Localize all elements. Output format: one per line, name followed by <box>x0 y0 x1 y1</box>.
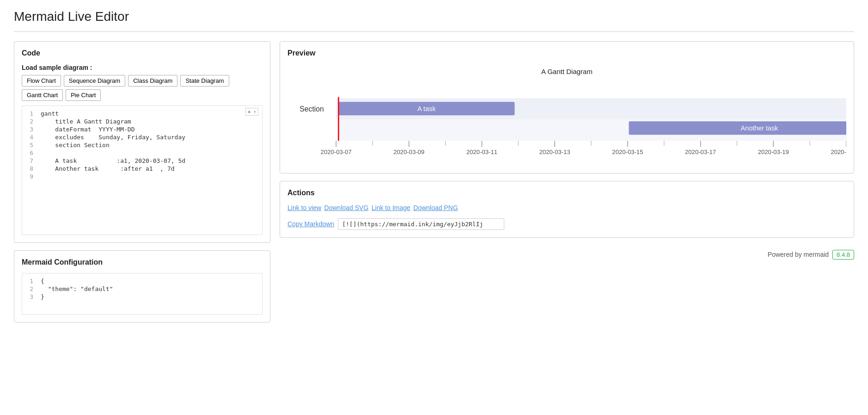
code-line-9: 9 <box>22 173 262 180</box>
svg-text:2020-03-13: 2020-03-13 <box>539 149 570 155</box>
btn-flow-chart[interactable]: Flow Chart <box>22 75 61 87</box>
footer-row: Powered by mermaid 8.4.8 <box>280 250 854 260</box>
line-code-7: A task :a1, 2020-03-07, 5d <box>41 157 185 164</box>
code-line-8: 8 Another task :after a1 , 7d <box>22 165 262 173</box>
svg-text:2020-03-19: 2020-03-19 <box>758 149 789 155</box>
gantt-svg: Section <box>287 80 846 159</box>
load-sample-label: Load sample diagram : <box>22 64 263 71</box>
btn-class-diagram[interactable]: Class Diagram <box>128 75 177 87</box>
code-line-3: 3 dateFormat YYYY-MM-DD <box>22 125 262 133</box>
line-num-8: 8 <box>22 165 41 172</box>
main-layout: Code Load sample diagram : Flow Chart Se… <box>14 41 854 322</box>
link-to-image[interactable]: Link to Image <box>372 204 410 211</box>
markdown-input[interactable] <box>338 218 504 230</box>
code-line-2: 2 title A Gantt Diagram <box>22 118 262 125</box>
svg-text:2020-03-09: 2020-03-09 <box>393 149 424 155</box>
right-column: Preview A Gantt Diagram Section <box>280 41 854 260</box>
config-num-1: 1 <box>22 278 41 285</box>
config-code-2: "theme": "default" <box>41 285 113 292</box>
version-badge: 8.4.8 <box>832 250 854 260</box>
code-editor[interactable]: ≡ ↑ 1 gantt 2 title A Gantt Diagram 3 da… <box>22 105 263 235</box>
preview-panel: Preview A Gantt Diagram Section <box>280 41 854 173</box>
config-num-3: 3 <box>22 293 41 300</box>
code-line-4: 4 excludes Sunday, Friday, Saturday <box>22 133 262 141</box>
line-code-4: excludes Sunday, Friday, Saturday <box>41 134 185 141</box>
btn-sequence-diagram[interactable]: Sequence Diagram <box>64 75 125 87</box>
code-line-1: 1 gantt <box>22 110 262 118</box>
line-num-5: 5 <box>22 142 41 149</box>
svg-text:2020-03-17: 2020-03-17 <box>685 149 716 155</box>
line-num-6: 6 <box>22 149 41 156</box>
actions-panel: Actions Link to view Download SVG Link t… <box>280 181 854 238</box>
config-editor[interactable]: 1 { 2 "theme": "default" 3 } <box>22 273 263 315</box>
line-code-2: title A Gantt Diagram <box>41 118 131 125</box>
config-line-3: 3 } <box>22 293 262 301</box>
link-to-view[interactable]: Link to view <box>287 204 321 211</box>
section-label: Section <box>300 105 324 113</box>
config-line-2: 2 "theme": "default" <box>22 285 262 293</box>
task-b-bar <box>629 121 846 135</box>
line-code-3: dateFormat YYYY-MM-DD <box>41 126 135 133</box>
actions-panel-title: Actions <box>287 189 846 197</box>
sample-buttons-row: Flow Chart Sequence Diagram Class Diagra… <box>22 75 263 101</box>
gantt-container: A Gantt Diagram Section <box>287 63 846 166</box>
download-svg[interactable]: Download SVG <box>324 204 369 211</box>
config-line-1: 1 { <box>22 277 262 285</box>
copy-markdown-row: Copy Markdown <box>287 218 846 230</box>
svg-text:2020-03-11: 2020-03-11 <box>466 149 497 155</box>
line-num-3: 3 <box>22 126 41 133</box>
actions-links: Link to view Download SVG Link to Image … <box>287 204 846 212</box>
code-panel: Code Load sample diagram : Flow Chart Se… <box>14 41 270 243</box>
svg-text:2020-03-07: 2020-03-07 <box>321 149 352 155</box>
config-num-2: 2 <box>22 285 41 292</box>
line-code-5: section Section <box>41 142 110 149</box>
code-line-5: 5 section Section <box>22 141 262 149</box>
line-num-7: 7 <box>22 157 41 164</box>
footer-label: Powered by mermaid <box>768 251 829 258</box>
btn-pie-chart[interactable]: Pie Chart <box>66 89 101 101</box>
editor-overlay: ≡ ↑ <box>245 108 258 116</box>
left-column: Code Load sample diagram : Flow Chart Se… <box>14 41 270 322</box>
code-line-6: 6 <box>22 149 262 157</box>
config-panel-title: Mermaid Configuration <box>22 258 263 266</box>
gantt-chart-title: A Gantt Diagram <box>287 68 846 75</box>
svg-text:2020-03-15: 2020-03-15 <box>612 149 643 155</box>
copy-markdown-button[interactable]: Copy Markdown <box>287 220 334 228</box>
line-code-8: Another task :after a1 , 7d <box>41 165 175 172</box>
line-code-1: gantt <box>41 110 59 117</box>
code-line-7: 7 A task :a1, 2020-03-07, 5d <box>22 157 262 165</box>
svg-text:2020-03-21: 2020-03-21 <box>831 149 846 155</box>
download-png[interactable]: Download PNG <box>413 204 458 211</box>
divider <box>14 31 854 32</box>
line-num-2: 2 <box>22 118 41 125</box>
line-num-1: 1 <box>22 110 41 117</box>
btn-state-diagram[interactable]: State Diagram <box>180 75 229 87</box>
config-code-1: { <box>41 278 44 285</box>
app-title: Mermaid Live Editor <box>14 9 854 24</box>
line-num-9: 9 <box>22 173 41 180</box>
preview-panel-title: Preview <box>287 49 846 57</box>
btn-gantt-chart[interactable]: Gantt Chart <box>22 89 63 101</box>
config-code-3: } <box>41 293 44 300</box>
code-panel-title: Code <box>22 49 263 57</box>
config-panel: Mermaid Configuration 1 { 2 "theme": "de… <box>14 250 270 322</box>
task-b-label: Another task <box>741 124 779 132</box>
task-a-label: A task <box>417 105 436 112</box>
line-num-4: 4 <box>22 134 41 141</box>
